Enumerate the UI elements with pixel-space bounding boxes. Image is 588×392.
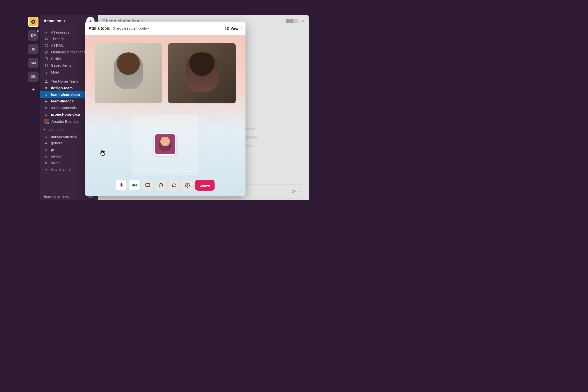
hash-icon: # xyxy=(44,134,48,138)
svg-rect-5 xyxy=(226,29,227,30)
self-video-placeholder[interactable] xyxy=(132,114,198,175)
huddle-stage: Leave xyxy=(85,35,246,196)
workspace-rail: DF JE SM ZB + xyxy=(26,15,40,200)
view-button[interactable]: View xyxy=(222,25,242,32)
hash-icon: # xyxy=(44,86,48,90)
camera-button[interactable] xyxy=(129,180,140,190)
hash-icon: # xyxy=(44,99,48,103)
threads-icon xyxy=(44,37,48,41)
workspace-name: Acme Inc. xyxy=(44,19,62,23)
svg-rect-4 xyxy=(228,27,229,28)
svg-rect-2 xyxy=(45,57,47,60)
leave-button[interactable]: Leave xyxy=(195,180,214,190)
svg-point-9 xyxy=(159,184,163,187)
workspace-switcher-active[interactable] xyxy=(28,17,38,27)
svg-point-1 xyxy=(32,21,34,22)
hash-icon: # xyxy=(44,148,48,152)
mentions-icon: @ xyxy=(44,50,48,54)
hash-icon: # xyxy=(44,141,48,145)
workspace-switcher-item[interactable]: ZB xyxy=(28,72,38,82)
svg-point-10 xyxy=(187,185,188,186)
huddle-topic-input[interactable]: Add a topic xyxy=(89,26,110,30)
mic-button[interactable] xyxy=(116,180,127,190)
participant-video-tile[interactable] xyxy=(168,43,236,104)
chevron-down-icon: ▾ xyxy=(148,27,149,30)
huddle-window: Add a topic 3 people in the huddle ▾ Vie… xyxy=(85,22,246,196)
hash-icon: # xyxy=(44,106,48,110)
unreads-icon: ≡ xyxy=(44,30,48,34)
cursor-hand-icon xyxy=(99,150,106,156)
huddle-toolbar: Leave xyxy=(116,180,214,190)
avatar-icon xyxy=(44,119,49,124)
huddle-header: Add a topic 3 people in the huddle ▾ Vie… xyxy=(85,22,246,35)
caret-down-icon: ▾ xyxy=(44,128,45,131)
grid-icon xyxy=(225,26,229,30)
dms-icon xyxy=(44,44,48,47)
share-screen-button[interactable] xyxy=(142,180,153,190)
plus-icon: + xyxy=(44,167,48,172)
thread-button[interactable] xyxy=(169,180,180,190)
add-workspace-button[interactable]: + xyxy=(29,85,38,94)
participant-video-tile[interactable] xyxy=(94,43,162,104)
self-avatar xyxy=(154,133,176,156)
svg-rect-6 xyxy=(228,29,229,30)
hash-icon: # xyxy=(44,112,48,116)
section-emoji-icon: 🏝️ xyxy=(44,80,48,83)
drafts-icon xyxy=(44,57,48,60)
workspace-switcher-item[interactable]: DF xyxy=(28,30,38,41)
huddle-footer-channel: team-chameleon xyxy=(44,194,72,198)
emoji-button[interactable] xyxy=(156,180,166,190)
hash-icon: # xyxy=(44,92,48,96)
chevron-down-icon: ▾ xyxy=(64,19,65,22)
svg-rect-8 xyxy=(146,184,150,186)
workspace-switcher-item[interactable]: JE xyxy=(28,44,38,54)
more-icon: ⋮ xyxy=(44,70,48,74)
presence-dot-icon xyxy=(36,30,39,32)
workspace-switcher-item[interactable]: SM xyxy=(28,58,38,68)
hash-icon: # xyxy=(44,154,48,158)
huddle-people-count[interactable]: 3 people in the huddle ▾ xyxy=(113,26,149,30)
svg-rect-7 xyxy=(132,184,135,186)
svg-rect-3 xyxy=(226,27,227,28)
hash-icon: # xyxy=(44,161,48,165)
workspace-initials: DF xyxy=(31,34,36,38)
settings-button[interactable] xyxy=(182,180,193,190)
bookmark-icon xyxy=(44,64,48,67)
